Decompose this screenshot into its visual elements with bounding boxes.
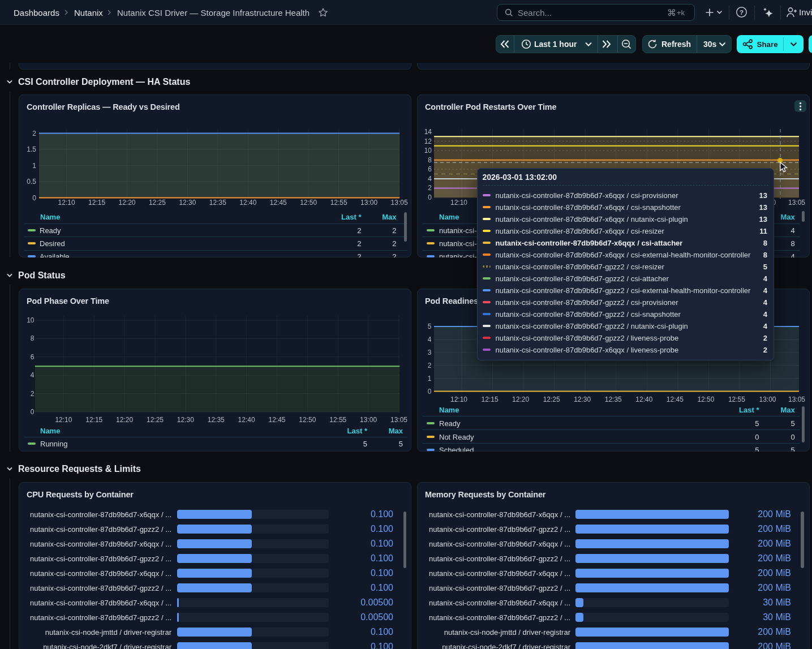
- svg-text:?: ?: [740, 9, 744, 16]
